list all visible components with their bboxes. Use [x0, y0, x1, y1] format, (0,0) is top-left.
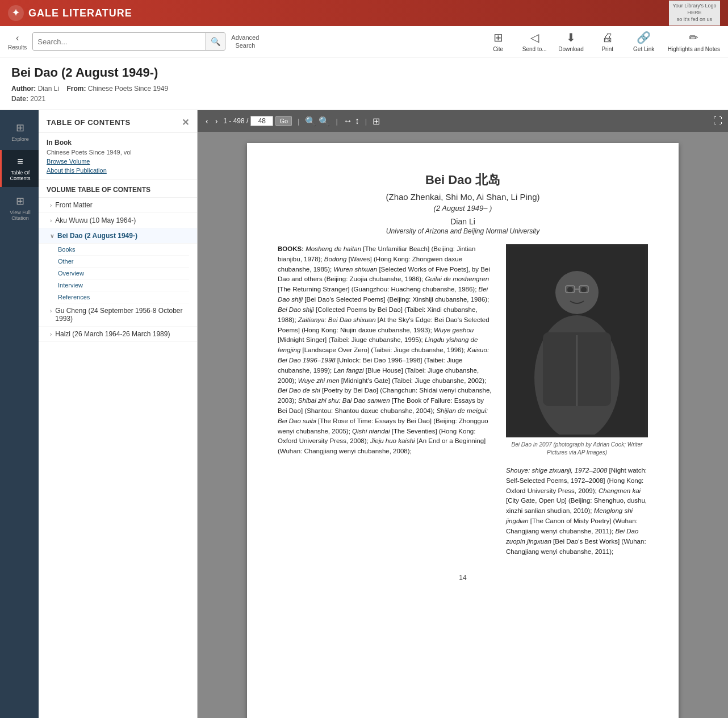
search-input[interactable]	[33, 33, 206, 50]
print-action[interactable]: 🖨 Print	[595, 31, 620, 52]
toc-entry-haizi[interactable]: › Haizi (26 March 1964-26 March 1989)	[39, 327, 197, 342]
doc-affiliation: University of Arizona and Beijing Normal…	[278, 227, 648, 235]
author-meta: Author: Dian Li From: Chinese Poets Sinc…	[11, 85, 168, 93]
next-page-button[interactable]: ›	[213, 115, 220, 127]
grid-view-button[interactable]: ⊞	[373, 116, 380, 127]
highlights-action[interactable]: ✏ Highlights and Notes	[668, 31, 720, 52]
from-label: From:	[66, 85, 86, 93]
prev-page-button[interactable]: ‹	[203, 115, 211, 127]
send-to-action[interactable]: ◁ Send to...	[522, 31, 547, 52]
toc-bei-dao-children: Books Other Overview Interview Reference…	[39, 244, 197, 303]
doc-photo-caption: Bei Dao in 2007 (photograph by Adrian Co…	[506, 441, 648, 457]
divider-1: |	[298, 117, 299, 126]
brand-name: GALE LITERATURE	[28, 7, 132, 19]
toc-entry-aku-wuwu[interactable]: › Aku Wuwu (10 May 1964-)	[39, 213, 197, 228]
advanced-search-link[interactable]: Advanced Search	[231, 34, 259, 50]
fit-height-button[interactable]: ↕	[355, 116, 359, 126]
doc-subtitle: (Zhao Zhenkai, Shi Mo, Ai Shan, Li Ping)	[278, 192, 648, 202]
person-photo-svg	[509, 247, 645, 435]
cite-action[interactable]: ⊞ Cite	[486, 31, 511, 52]
viewer-toolbar: ‹ › 1 - 498 / Go | 🔍 🔍 | ↔ ↕ | ⊞ ⛶	[198, 110, 728, 132]
chevron-right-icon: ›	[50, 202, 52, 208]
toc-panel: TABLE OF CONTENTS ✕ In Book Chinese Poet…	[39, 110, 198, 718]
article-title: Bei Dao (2 August 1949-)	[11, 65, 717, 80]
article-header: Bei Dao (2 August 1949-) Author: Dian Li…	[0, 57, 728, 110]
doc-page-number: 14	[278, 574, 648, 582]
zoom-out-button[interactable]: 🔍	[305, 116, 316, 127]
sidebar-citation-label: View Full Citation	[10, 210, 30, 221]
link-icon: 🔗	[637, 31, 651, 44]
brand-logo: ✦ GALE LITERATURE	[8, 5, 132, 21]
download-icon: ⬇	[566, 31, 576, 44]
chevron-down-icon: ∨	[50, 233, 54, 239]
toc-front-matter-label: Front Matter	[55, 201, 92, 209]
doc-page: Bei Dao 北岛 (Zhao Zhenkai, Shi Mo, Ai Sha…	[247, 143, 679, 718]
doc-photo	[506, 244, 648, 437]
doc-body: BOOKS: Mosheng de haitan [The Unfamiliar…	[278, 244, 648, 557]
header-bar: ✦ GALE LITERATURE Your Library's Logo HE…	[0, 0, 728, 26]
toc-sub-books[interactable]: Books	[58, 244, 189, 256]
citation-icon: ⊞	[16, 195, 24, 207]
download-action[interactable]: ⬇ Download	[558, 31, 583, 52]
sidebar-item-citation[interactable]: ⊞ View Full Citation	[0, 189, 39, 227]
doc-right-text: Shouye: shige zixuanji, 1972–2008 [Night…	[506, 466, 648, 557]
page-info: 1 - 498 / Go	[223, 116, 292, 126]
zoom-in-button[interactable]: 🔍	[319, 116, 330, 127]
doc-title-section: Bei Dao 北岛 (Zhao Zhenkai, Shi Mo, Ai Sha…	[278, 172, 648, 235]
get-link-action[interactable]: 🔗 Get Link	[631, 31, 656, 52]
sidebar-explore-label: Explore	[11, 136, 29, 142]
fullscreen-button[interactable]: ⛶	[713, 116, 722, 126]
page-number-input[interactable]	[250, 116, 273, 126]
sidebar-item-toc[interactable]: ≡ Table Of Contents	[0, 150, 39, 187]
doc-author: Dian Li	[278, 217, 648, 226]
svg-point-3	[555, 271, 599, 314]
go-button[interactable]: Go	[275, 116, 292, 126]
search-button[interactable]: 🔍	[206, 33, 225, 50]
main-layout: ⊞ Explore ≡ Table Of Contents ⊞ View Ful…	[0, 110, 728, 718]
divider-2: |	[336, 117, 337, 126]
send-icon: ◁	[530, 31, 539, 44]
back-arrow-icon: ‹	[16, 33, 19, 43]
zoom-controls: 🔍 🔍	[305, 116, 330, 127]
doc-left-text: BOOKS: Mosheng de haitan [The Unfamiliar…	[278, 244, 495, 557]
search-input-wrap: 🔍	[32, 32, 225, 51]
get-link-label: Get Link	[633, 46, 654, 52]
date-label: Date:	[11, 95, 28, 103]
page-range: 1 - 498 /	[223, 117, 248, 125]
page-nav: ‹ ›	[203, 115, 220, 127]
fit-buttons: ↔ ↕	[344, 116, 359, 126]
search-bar: ‹ Results 🔍 Advanced Search ⊞ Cite ◁ Sen…	[0, 26, 728, 57]
toc-volume-title: VOLUME TABLE OF CONTENTS	[39, 180, 197, 198]
toc-entry-bei-dao[interactable]: ∨ Bei Dao (2 August 1949-)	[39, 228, 197, 244]
toc-close-button[interactable]: ✕	[182, 117, 190, 128]
sidebar-item-explore[interactable]: ⊞ Explore	[0, 116, 39, 148]
toc-gu-cheng-label: Gu Cheng (24 September 1956-8 October 19…	[55, 307, 189, 323]
highlights-icon: ✏	[689, 31, 698, 44]
fit-width-button[interactable]: ↔	[344, 116, 353, 126]
toc-sub-references[interactable]: References	[58, 291, 189, 303]
author-value: Dian Li	[38, 85, 59, 93]
back-button[interactable]: ‹ Results	[8, 33, 27, 51]
from-value: Chinese Poets Since 1949	[88, 85, 168, 93]
doc-photo-column: Bei Dao in 2007 (photograph by Adrian Co…	[506, 244, 648, 557]
toc-icon: ≡	[17, 156, 23, 168]
divider-3: |	[365, 117, 367, 126]
toc-sub-interview[interactable]: Interview	[58, 279, 189, 291]
toc-sub-other[interactable]: Other	[58, 256, 189, 268]
toc-sub-overview[interactable]: Overview	[58, 268, 189, 279]
doc-title-main: Bei Dao 北岛	[278, 172, 648, 189]
toc-entry-front-matter[interactable]: › Front Matter	[39, 198, 197, 213]
toolbar-actions: ⊞ Cite ◁ Send to... ⬇ Download 🖨 Print 🔗…	[486, 31, 720, 52]
toc-entry-gu-cheng[interactable]: › Gu Cheng (24 September 1956-8 October …	[39, 303, 197, 327]
article-date: Date: 2021	[11, 95, 717, 103]
about-publication-link[interactable]: About this Publication	[47, 167, 189, 174]
explore-icon: ⊞	[16, 122, 24, 134]
library-logo: Your Library's Logo HERE so it's fed on …	[669, 1, 720, 25]
highlights-label: Highlights and Notes	[668, 46, 720, 52]
sidebar-toc-label: Table Of Contents	[10, 170, 30, 181]
print-icon: 🖨	[602, 31, 613, 44]
download-label: Download	[558, 46, 583, 52]
back-label: Results	[8, 44, 27, 51]
gale-star-icon: ✦	[8, 5, 24, 21]
browse-volume-link[interactable]: Browse Volume	[47, 158, 189, 165]
